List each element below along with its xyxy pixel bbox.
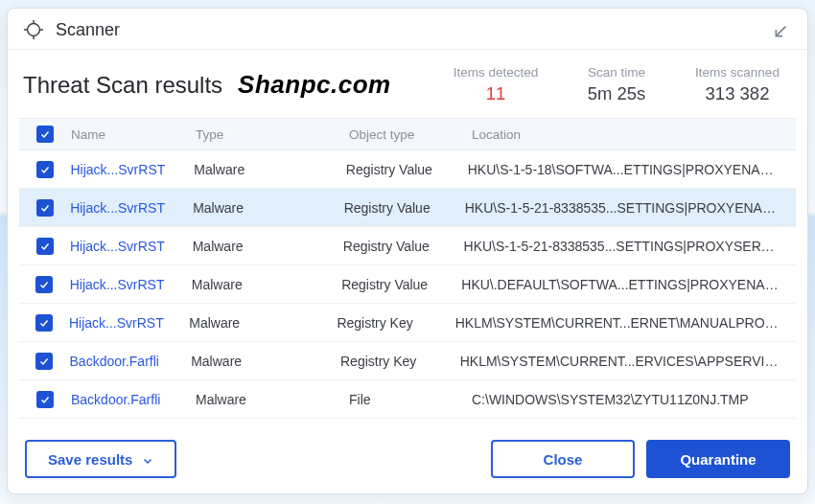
object-type: Registry Key [340,354,460,369]
table-row[interactable]: Backdoor.FarfliMalwareRegistry KeyHKLM\S… [19,342,796,380]
titlebar: Scanner [8,9,807,50]
close-button[interactable]: Close [491,440,635,478]
location: HKLM\SYSTEM\CURRENT...ERNET\MANUALPROXIE… [455,315,788,331]
quarantine-button[interactable]: Quarantine [646,440,790,478]
results-table: Name Type Object type Location Hijack...… [19,118,796,426]
threat-name[interactable]: Backdoor.Farfli [71,392,196,407]
object-type: Registry Value [343,239,464,254]
svg-point-0 [28,24,40,36]
threat-type: Malware [189,315,337,331]
location: HKU\S-1-5-18\SOFTWA...ETTINGS|PROXYENABL… [468,162,788,177]
stat-detected-value: 11 [453,83,539,104]
col-header-name[interactable]: Name [71,127,196,142]
table-row[interactable]: Hijack...SvrRSTMalwareRegistry ValueHKU\… [19,265,796,304]
stat-detected: Items detected 11 [453,65,539,104]
row-checkbox[interactable] [35,314,53,332]
summary-bar: Threat Scan results Shanpc.com Items det… [8,50,807,118]
table-row[interactable]: Hijack...SvrRSTMalwareRegistry KeyHKLM\S… [19,304,796,342]
scanner-panel: Scanner Threat Scan results Shanpc.com I… [7,8,808,494]
stat-scanned-label: Items scanned [694,65,780,80]
row-checkbox[interactable] [36,161,54,178]
threat-name[interactable]: Backdoor.Farfli [70,354,192,369]
footer: Save results Close Quarantine [8,426,807,493]
location: HKU\S-1-5-21-8338535...SETTINGS|PROXYENA… [465,200,788,216]
object-type: File [349,392,472,407]
stat-scantime: Scan time 5m 25s [573,65,660,104]
chevron-down-icon [142,453,153,465]
save-results-label: Save results [48,451,132,468]
col-header-type[interactable]: Type [196,127,349,142]
page-title: Threat Scan results [23,72,222,99]
table-header: Name Type Object type Location [19,118,796,150]
window-title: Scanner [56,20,120,40]
threat-type: Malware [196,392,349,407]
select-all-checkbox[interactable] [36,126,54,143]
watermark-text: Shanpc.com [238,70,391,100]
row-checkbox[interactable] [36,391,54,408]
stat-scanned: Items scanned 313 382 [694,65,780,104]
collapse-icon[interactable] [773,20,792,39]
object-type: Registry Value [341,277,461,292]
threat-type: Malware [193,200,344,216]
quarantine-label: Quarantine [680,451,756,468]
stats-group: Items detected 11 Scan time 5m 25s Items… [453,65,788,104]
stat-scantime-label: Scan time [573,65,660,80]
location: HKU\.DEFAULT\SOFTWA...ETTINGS|PROXYENABL… [461,277,788,292]
location: HKU\S-1-5-21-8338535...SETTINGS|PROXYSER… [464,239,788,254]
row-checkbox[interactable] [36,199,54,217]
threat-type: Malware [191,354,340,369]
location: HKLM\SYSTEM\CURRENT...ERVICES\APPSERVICE… [460,354,788,369]
col-header-location[interactable]: Location [472,127,788,142]
threat-type: Malware [194,162,346,177]
target-icon [23,19,44,40]
col-header-object-type[interactable]: Object type [349,127,472,142]
save-results-button[interactable]: Save results [25,440,176,478]
threat-name[interactable]: Hijack...SvrRST [70,239,193,254]
threat-name[interactable]: Hijack...SvrRST [70,277,192,292]
threat-type: Malware [192,277,341,292]
stat-scantime-value: 5m 25s [573,83,660,104]
table-row[interactable]: Hijack...SvrRSTMalwareRegistry ValueHKU\… [19,227,796,265]
close-label: Close [544,451,583,468]
row-checkbox[interactable] [35,353,53,370]
row-checkbox[interactable] [35,276,53,293]
threat-name[interactable]: Hijack...SvrRST [69,315,189,331]
threat-type: Malware [193,239,343,254]
object-type: Registry Value [344,200,465,216]
stat-detected-label: Items detected [453,65,539,80]
row-checkbox[interactable] [36,238,54,255]
stat-scanned-value: 313 382 [694,83,780,104]
table-row[interactable]: Backdoor.FarfliMalwareFileC:\WINDOWS\SYS… [19,380,796,419]
object-type: Registry Key [337,315,454,331]
table-row[interactable]: Hijack...SvrRSTMalwareRegistry ValueHKU\… [19,150,796,189]
table-row[interactable]: Hijack...SvrRSTMalwareRegistry ValueHKU\… [19,189,796,227]
table-body[interactable]: Hijack...SvrRSTMalwareRegistry ValueHKU\… [19,150,796,426]
threat-name[interactable]: Hijack...SvrRST [70,200,193,216]
location: C:\WINDOWS\SYSTEM32\ZYTU11Z0NJ.TMP [472,392,788,407]
threat-name[interactable]: Hijack...SvrRST [70,162,194,177]
object-type: Registry Value [346,162,468,177]
